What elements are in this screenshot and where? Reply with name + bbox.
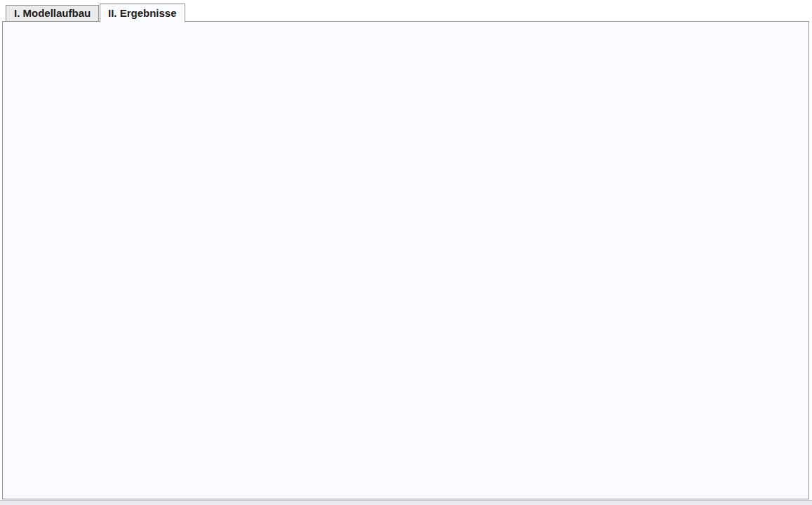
tab-modellaufbau[interactable]: I. Modellaufbau [6,5,99,22]
tab-page-ergebnisse [2,21,809,499]
tab-ergebnisse[interactable]: II. Ergebnisse [100,4,185,22]
window-bottom-strip [0,500,812,505]
